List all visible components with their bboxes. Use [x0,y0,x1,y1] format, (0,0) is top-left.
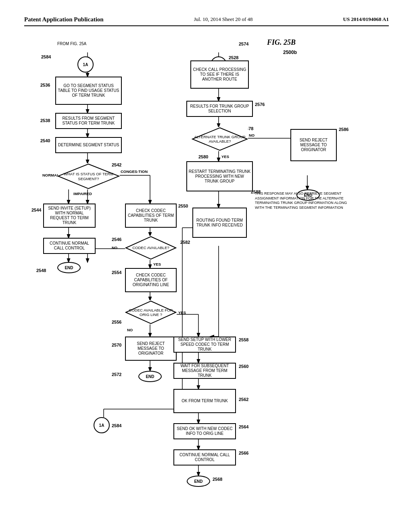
congestion-label: CONGES-TION [121,169,148,174]
restart-term-box: RESTART TERMINATING TRUNK PROCESSING WIT… [186,161,253,191]
page-header: Patent Application Publication Jul. 10, … [24,16,389,26]
label-2536: 2536 [40,83,50,87]
node-1a-bottom: 1A [94,417,110,433]
label-2576: 2576 [255,102,265,107]
end-2-oval: END [138,371,162,382]
end-4-oval: END [187,476,210,487]
publication-title: Patent Application Publication [24,16,104,23]
determine-segment-box: DETERMINE SEGMENT STATUS [55,137,122,153]
alternate-trunk-diamond: ALTERNATE TRUNK GROUP AVAILABLE? [192,127,248,151]
label-2550: 2550 [178,204,188,208]
send-invite-box: SEND INVITE (SETUP) WITH NORMAL REQUEST … [43,204,96,228]
label-2556: 2556 [112,320,121,324]
yes-codec-label: YES [153,262,161,266]
go-segment-box: GO TO SEGMENT STATUS TABLE TO FIND USAGE… [55,77,122,105]
impaired-label: IMPAIRED [73,191,92,196]
label-2558: 2558 [239,337,248,342]
label-2554: 2554 [112,270,121,275]
label-2562: 2562 [239,397,248,402]
send-setup-lower-box: SEND SETUP WITH LOWER SPEED CODEC TO TER… [173,337,236,353]
no-codec-label: NO [112,245,117,250]
label-2584-bottom: 2584 [112,423,121,428]
label-2566: 2566 [239,451,248,455]
yes-orig-label: YES [178,310,186,315]
codec-avail-orig-diamond: CODEC AVAILABLE FOR ORIG LINE ? [125,300,177,324]
yes-alt-label: YES [221,154,229,159]
results-trunk-box: RESULTS FOR TRUNK GROUP SELECTION [186,101,253,117]
codec-avail-diamond: CODEC AVAILABLE? [125,236,177,260]
label-2574: 2574 [239,42,248,46]
figure-sub: 2500b [283,50,297,55]
label-2584-top: 2584 [41,54,51,59]
label-2580: 2580 [198,154,208,159]
send-reject-2-box: SEND REJECT MESSAGE TO ORIGINATOR [290,129,337,161]
label-2542: 2542 [112,162,121,167]
no-orig-label: NO [127,328,133,332]
label-2570: 2570 [112,343,121,347]
check-codec-term-box: CHECK CODEC CAPABILITIES OF TERM TRUNK [125,204,177,228]
label-2572: 2572 [112,372,121,377]
label-2548: 2548 [36,268,46,273]
continue-normal-2-box: CONTINUE NORMAL CALL CONTROL [173,449,236,466]
ok-from-term-box: OK FROM TERM TRUNK [173,389,236,413]
label-2546: 2546 [112,237,121,242]
label-2528: 2528 [229,55,238,60]
side-note: THIS RESPONSE MAY ALSO RETRIEVE SEGMENT … [255,191,348,210]
end-1-oval: END [57,262,81,273]
page: Patent Application Publication Jul. 10, … [0,0,413,532]
label-2564: 2564 [239,424,248,429]
routing-found-box: ROUTING FOUND TERM TRUNK INFO RECEIVED [192,208,247,238]
what-is-diamond: WHAT IS STATUS OF TERM SEGMENT? [57,163,120,189]
label-2586: 2586 [339,127,348,132]
diagram-area: FIG. 25B 2500b 2574 FROM FIG. 25A 2584 1… [25,30,388,494]
label-2540: 2540 [40,138,50,143]
label-2538: 2538 [40,118,50,123]
send-ok-box: SEND OK WITH NEW CODEC INFO TO ORIG LINE [173,423,236,439]
continue-normal-1-box: CONTINUE NORMAL CALL CONTROL [43,238,96,254]
results-segment-box: RESULTS FROM SEGMENT STATUS FOR TERM TRU… [55,113,122,129]
label-2568: 2568 [213,477,222,482]
label-2544: 2544 [31,208,41,212]
check-codec-orig-box: CHECK CODEC CAPABILITIES OF ORIGINATING … [125,268,177,292]
normal-label: NORMAL [42,173,59,177]
from-fig-label: FROM FIG. 25A [57,42,86,46]
send-reject-1-box: SEND REJECT MESSAGE TO ORIGINATOR [125,337,177,361]
figure-label: FIG. 25B [267,38,296,47]
no-alt-label: NO [249,133,254,137]
node-1a-top: 1A [77,56,94,73]
sheet-info: Jul. 10, 2014 Sheet 20 of 48 [194,16,253,23]
wait-subsequent-box: WAIT FOR SUBSEQUENT MESSAGE FROM TERM TR… [173,363,236,379]
patent-number: US 2014/0194068 A1 [343,16,389,23]
check-call-box: CHECK CALL PROCESSING TO SEE IF THERE IS… [190,60,249,89]
label-2582: 2582 [180,240,190,245]
label-2560: 2560 [239,364,248,369]
